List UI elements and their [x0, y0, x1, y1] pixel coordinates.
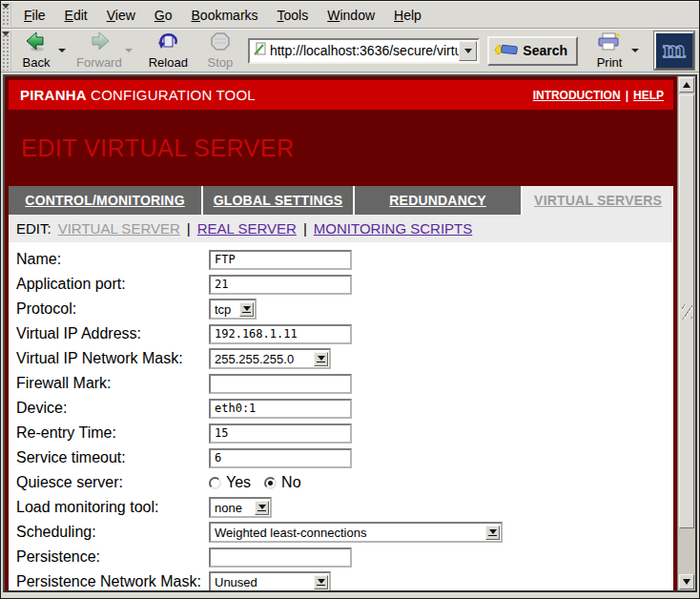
form-row-quiesce-server: Quiesce server: Yes No: [9, 470, 673, 495]
app-title-brand: PIRANHA: [20, 87, 87, 103]
virtual-ip-mask-value: 255.255.255.0: [211, 352, 314, 366]
reload-button[interactable]: Reload: [146, 31, 191, 71]
url-bar[interactable]: http://localhost:3636/secure/virtual_edi…: [248, 38, 480, 64]
page-bookmark-icon: [253, 41, 267, 60]
field-label: Service timeout:: [16, 449, 209, 466]
field-label: Quiesce server:: [16, 474, 209, 491]
load-monitoring-tool-select[interactable]: none: [209, 497, 272, 518]
toolbar-grippy[interactable]: [2, 31, 11, 71]
tab-redundancy[interactable]: REDUNDANCY: [355, 186, 521, 215]
app-header: PIRANHA CONFIGURATION TOOL INTRODUCTION …: [9, 80, 673, 110]
menu-go[interactable]: Go: [145, 3, 182, 28]
protocol-select-value: tcp: [211, 302, 239, 317]
field-label: Application port:: [16, 276, 209, 293]
reentry-time-input[interactable]: [209, 423, 352, 444]
printer-icon: [597, 32, 622, 54]
form-row-load-monitoring-tool: Load monitoring tool: none: [9, 495, 673, 520]
service-timeout-input[interactable]: [209, 448, 352, 468]
arrow-up-icon: [683, 82, 690, 88]
quiesce-yes-radio[interactable]: [209, 477, 221, 489]
form-row-reentry-time: Re-entry Time:: [9, 421, 673, 445]
toolbar-grippy[interactable]: [2, 3, 11, 27]
form-row-virtual-ip: Virtual IP Address:: [9, 321, 673, 346]
form-row-persistence: Persistence:: [9, 545, 673, 569]
name-input[interactable]: [209, 250, 352, 270]
subnav-current-virtual-server: VIRTUAL SERVER: [58, 220, 180, 237]
monitoring-scripts-link[interactable]: MONITORING SCRIPTS: [314, 220, 472, 237]
app-title: PIRANHA CONFIGURATION TOOL: [20, 87, 256, 103]
field-label: Firewall Mark:: [16, 375, 209, 392]
forward-dropdown-caret-icon[interactable]: [125, 49, 133, 52]
introduction-link[interactable]: INTRODUCTION: [533, 89, 621, 102]
quiesce-yes-label: Yes: [226, 474, 251, 491]
menu-file[interactable]: File: [14, 3, 55, 28]
device-input[interactable]: [209, 399, 352, 419]
field-label: Name:: [16, 251, 209, 268]
dropdown-arrow-icon: [239, 302, 254, 317]
form-row-scheduling: Scheduling: Weighted least-connections: [9, 520, 673, 545]
menu-bookmarks[interactable]: Bookmarks: [182, 3, 268, 28]
real-server-link[interactable]: REAL SERVER: [197, 220, 297, 237]
print-button[interactable]: Print: [587, 31, 631, 71]
persistence-mask-select[interactable]: Unused: [209, 571, 331, 590]
flashlight-icon: [494, 41, 519, 61]
back-button-label: Back: [23, 55, 51, 70]
browser-viewport: PIRANHA CONFIGURATION TOOL INTRODUCTION …: [3, 74, 697, 592]
form-row-persistence-mask: Persistence Network Mask: Unused: [9, 569, 673, 590]
forward-button[interactable]: Forward: [73, 31, 125, 71]
scroll-up-button[interactable]: [679, 77, 694, 93]
form-row-name: Name:: [9, 247, 673, 272]
mozilla-logo[interactable]: m: [654, 31, 694, 70]
menu-view[interactable]: View: [97, 3, 145, 28]
form-row-device: Device:: [9, 396, 673, 421]
application-port-input[interactable]: [209, 275, 352, 295]
field-label: Protocol:: [16, 300, 209, 318]
header-links: INTRODUCTION | HELP: [533, 89, 664, 102]
help-link[interactable]: HELP: [633, 89, 664, 102]
search-button[interactable]: Search: [487, 36, 578, 66]
menu-tools[interactable]: Tools: [268, 3, 319, 28]
quiesce-radio-group: Yes No: [209, 474, 315, 491]
virtual-ip-mask-select[interactable]: 255.255.255.0: [209, 348, 331, 369]
tab-global-settings[interactable]: GLOBAL SETTINGS: [203, 186, 353, 215]
browser-window: File Edit View Go Bookmarks Tools Window…: [0, 0, 700, 599]
tab-control-monitoring[interactable]: CONTROL/MONITORING: [9, 186, 201, 215]
menu-help[interactable]: Help: [384, 3, 431, 28]
print-dropdown-caret-icon[interactable]: [631, 49, 639, 52]
scheduling-select[interactable]: Weighted least-connections: [209, 522, 503, 543]
quiesce-no-radio[interactable]: [264, 477, 277, 489]
tab-virtual-servers[interactable]: VIRTUAL SERVERS: [523, 186, 673, 215]
scrollbar-thumb[interactable]: [679, 94, 694, 528]
virtual-ip-input[interactable]: [209, 324, 352, 344]
reload-button-label: Reload: [149, 55, 188, 70]
protocol-select[interactable]: tcp: [209, 299, 257, 320]
subnav-prefix: EDIT:: [16, 220, 51, 237]
scroll-down-button[interactable]: [679, 574, 694, 589]
menu-window[interactable]: Window: [318, 3, 384, 28]
menu-edit[interactable]: Edit: [55, 3, 97, 28]
field-label: Persistence Network Mask:: [16, 573, 209, 590]
field-label: Device:: [16, 400, 209, 417]
subnav-separator: |: [303, 220, 307, 237]
print-button-label: Print: [597, 55, 623, 70]
field-label: Virtual IP Network Mask:: [16, 350, 209, 367]
scrollbar-grip-icon: [682, 304, 692, 319]
dropdown-arrow-icon: [255, 501, 269, 515]
reload-icon: [156, 31, 179, 54]
stop-icon: [210, 31, 231, 54]
persistence-input[interactable]: [209, 547, 352, 568]
back-button[interactable]: Back: [14, 31, 58, 71]
stop-button[interactable]: Stop: [198, 31, 242, 71]
load-monitoring-tool-value: none: [211, 501, 255, 515]
firewall-mark-input[interactable]: [209, 374, 352, 394]
form-row-virtual-ip-mask: Virtual IP Network Mask: 255.255.255.0: [9, 346, 673, 371]
vertical-scrollbar[interactable]: [677, 76, 695, 590]
navigation-toolbar: Back Forward: [1, 29, 699, 72]
form-row-protocol: Protocol: tcp: [9, 297, 673, 321]
url-input[interactable]: http://localhost:3636/secure/virtual_edi…: [270, 43, 459, 58]
back-dropdown-caret-icon[interactable]: [58, 49, 66, 52]
back-arrow-icon: [25, 31, 48, 54]
virtual-server-form: Name: Application port: Protocol: tcp: [9, 242, 673, 590]
url-history-dropdown-button[interactable]: [459, 41, 477, 61]
form-row-service-timeout: Service timeout:: [9, 445, 673, 470]
